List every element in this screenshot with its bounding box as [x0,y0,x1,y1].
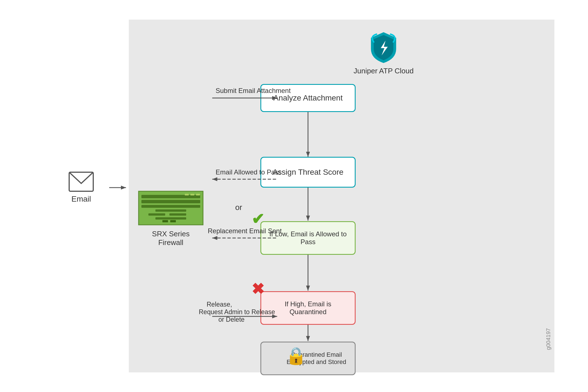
atp-shield-icon [368,31,399,64]
assign-threat-score-box: Assign Threat Score [260,157,356,188]
svg-rect-3 [141,200,200,203]
analyze-attachment-box: Analyze Attachment [260,84,356,112]
right-section: Juniper ATP Cloud Analyze Attachment Ass… [213,20,554,372]
checkmark-icon: ✔ [251,210,264,228]
lock-icon: 🔒 [286,346,307,366]
svg-rect-11 [185,194,189,195]
quarantined-stored-box: Quarantined Email Encrypted and Stored [260,342,356,375]
srx-device-icon [137,190,204,226]
svg-rect-12 [190,194,194,195]
email-label: Email [71,195,91,204]
left-section: Email [34,20,129,372]
middle-section: SRX SeriesFirewall [129,20,213,372]
svg-rect-7 [169,213,186,216]
srx-label: SRX SeriesFirewall [152,230,190,247]
svg-rect-6 [148,213,165,216]
main-area: Email [34,20,554,372]
svg-rect-4 [141,205,200,208]
svg-rect-9 [162,220,168,222]
email-icon [69,172,94,192]
svg-rect-5 [155,209,186,212]
svg-rect-10 [170,220,176,222]
svg-marker-21 [306,336,310,341]
atp-logo-area: Juniper ATP Cloud [354,31,414,75]
svg-marker-17 [306,216,310,221]
figure-id: g004197 [545,328,552,350]
atp-cloud-label: Juniper ATP Cloud [354,67,414,75]
diagram-container: Email [0,0,588,392]
x-icon: ✖ [251,280,264,298]
svg-marker-15 [306,152,310,157]
svg-marker-19 [306,286,310,291]
svg-rect-8 [155,217,186,220]
email-quarantined-box: If High, Email is Quarantined [260,291,356,325]
svg-rect-13 [196,194,200,195]
email-allowed-pass-box: If Low, Email is Allowed to Pass [260,221,356,255]
